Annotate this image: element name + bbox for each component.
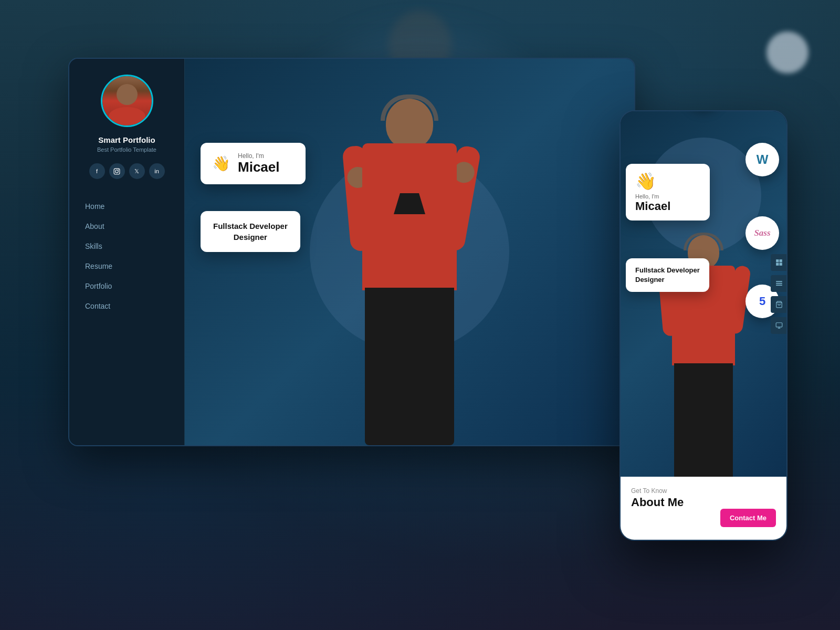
svg-rect-6 xyxy=(780,263,782,266)
hello-text-block: Hello, I'm Micael xyxy=(238,152,280,175)
figure-head xyxy=(386,99,433,149)
mobile-headphones xyxy=(684,233,723,250)
bar-icon-2[interactable] xyxy=(771,275,786,292)
role-card: Fullstack Developer Designer xyxy=(201,211,300,252)
svg-point-2 xyxy=(118,169,119,170)
person-figure xyxy=(341,99,478,445)
nav-menu: Home About Skills Resume Portfolio Conta… xyxy=(80,198,174,314)
social-icons-group: f 𝕏 in xyxy=(89,163,165,179)
wordpress-icon: W xyxy=(757,152,769,167)
mobile-role-card: Fullstack Developer Designer xyxy=(626,258,709,292)
figure-headphones xyxy=(381,94,438,121)
avatar-person-image xyxy=(102,76,152,125)
hero-name: Micael xyxy=(238,160,280,175)
svg-rect-9 xyxy=(776,285,782,286)
about-me-truncated: e xyxy=(677,496,684,509)
svg-rect-3 xyxy=(776,259,779,262)
nav-portfolio[interactable]: Portfolio xyxy=(80,278,174,295)
person-body xyxy=(320,88,499,445)
mobile-hero-name: Micael xyxy=(635,200,670,213)
desktop-main-content: 👋 Hello, I'm Micael Fullstack Developer … xyxy=(185,59,634,445)
mobile-role-text: Fullstack Developer Designer xyxy=(635,266,700,285)
svg-point-1 xyxy=(116,170,118,172)
svg-rect-11 xyxy=(776,323,782,327)
bar-icon-monitor[interactable] xyxy=(771,317,786,334)
mobile-role-line1: Fullstack Developer xyxy=(635,266,700,274)
mobile-hello-label: Hello, I'm xyxy=(635,193,659,200)
css-icon: 5 xyxy=(759,295,765,308)
wordpress-float-icon: W xyxy=(746,143,779,176)
nav-resume[interactable]: Resume xyxy=(80,258,174,275)
role-line2: Designer xyxy=(234,233,267,242)
mobile-role-line2: Designer xyxy=(635,276,665,284)
sidebar: Smart Portfolio Best Portfolio Template … xyxy=(69,59,185,445)
mobile-hero-content: 👋 Hello, I'm Micael Fullstack Developer … xyxy=(621,111,786,477)
sass-float-icon: Sass xyxy=(746,216,779,250)
wave-icon: 👋 xyxy=(212,155,230,172)
social-twitter[interactable]: 𝕏 xyxy=(129,163,145,179)
profile-subtitle: Best Portfolio Template xyxy=(97,146,156,153)
hello-label: Hello, I'm xyxy=(238,152,280,160)
bar-icon-cart[interactable] xyxy=(771,296,786,313)
mobile-pants xyxy=(674,363,733,477)
mobile-right-bar xyxy=(771,254,786,334)
avatar-ring xyxy=(101,75,153,127)
social-facebook[interactable]: f xyxy=(89,163,105,179)
main-container: Smart Portfolio Best Portfolio Template … xyxy=(52,58,788,572)
figure-torso xyxy=(362,143,457,290)
contact-button[interactable]: Contact Me xyxy=(720,509,776,527)
mobile-bottom-section: Get To Know About Me Contact Me xyxy=(621,477,786,540)
figure-pants xyxy=(365,288,454,445)
role-line1: Fullstack Developer xyxy=(213,222,288,230)
social-instagram[interactable] xyxy=(109,163,125,179)
svg-rect-5 xyxy=(776,263,779,266)
bar-icon-1[interactable] xyxy=(771,254,786,271)
mobile-hello-card: 👋 Hello, I'm Micael xyxy=(626,164,710,220)
mobile-wave-icon: 👋 xyxy=(635,171,656,191)
svg-rect-0 xyxy=(114,169,120,174)
about-me-title: About Me xyxy=(631,496,776,509)
svg-rect-7 xyxy=(776,281,782,282)
nav-about[interactable]: About xyxy=(80,218,174,235)
nav-skills[interactable]: Skills xyxy=(80,238,174,255)
hello-card: 👋 Hello, I'm Micael xyxy=(201,143,306,184)
nav-contact[interactable]: Contact xyxy=(80,298,174,314)
nav-home[interactable]: Home xyxy=(80,198,174,215)
desktop-mockup: Smart Portfolio Best Portfolio Template … xyxy=(68,58,635,446)
hero-person xyxy=(320,88,499,445)
svg-rect-8 xyxy=(776,283,782,284)
svg-rect-4 xyxy=(780,259,782,262)
mobile-mockup: W 👋 Hello, I'm Micael xyxy=(620,110,788,541)
role-text: Fullstack Developer Designer xyxy=(213,220,288,243)
get-to-know-label: Get To Know xyxy=(631,487,776,495)
social-linkedin[interactable]: in xyxy=(149,163,165,179)
profile-name: Smart Portfolio xyxy=(98,135,155,144)
figure-collar xyxy=(394,193,425,214)
sass-icon: Sass xyxy=(754,228,770,238)
